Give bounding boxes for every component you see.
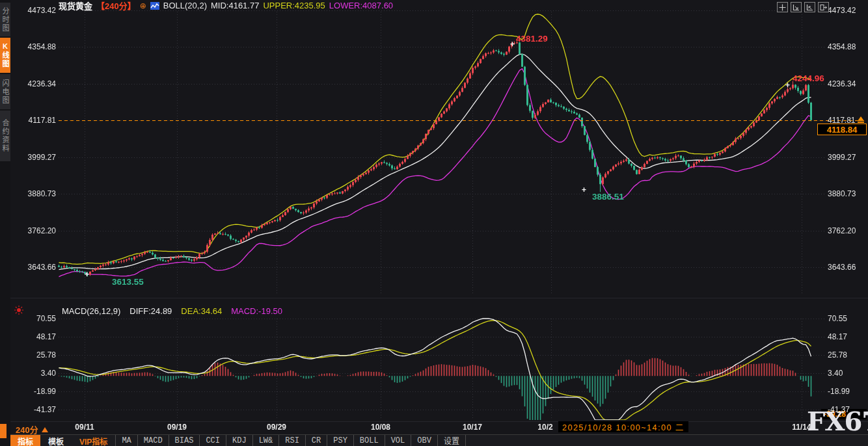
- macd-axis-label-left: 25.78: [17, 350, 56, 360]
- chart-header: 现货黄金 【240分】 ⊕ BOLL(20,2) MID:4161.77 UPP…: [59, 1, 393, 10]
- macd-macd-value: MACD:-19.50: [231, 306, 282, 316]
- period-up-triangle: [42, 427, 48, 432]
- toolbar-item-4[interactable]: MA: [115, 435, 137, 446]
- last-price-box: 4118.84: [817, 124, 867, 135]
- indicator-toolbar: 指标模板VIP指标MAMACDBIASCCIKDJLW&RSICRPSYBOLL…: [10, 434, 868, 446]
- x-axis-label: 11/14: [792, 423, 811, 432]
- price-axis-label-right: 3643.66: [828, 263, 867, 272]
- price-axis-label-left: 3880.73: [17, 189, 56, 198]
- sidebar-tab-2[interactable]: K线图: [0, 38, 10, 73]
- boll-label: BOLL(20,2): [163, 1, 207, 10]
- price-axis-label-right: 3999.27: [828, 153, 867, 162]
- x-axis-label: 10/17: [463, 423, 482, 432]
- toolbar-item-3[interactable]: VIP指标: [72, 435, 115, 446]
- toolbar-item-8[interactable]: KDJ: [226, 435, 252, 446]
- sidebar-bottom-accent: [0, 424, 7, 438]
- x-axis-label: 10/08: [371, 423, 390, 432]
- toolbar-item-9[interactable]: LW&: [252, 435, 279, 446]
- chart-app: 分时图K线图闪电图合约资料 现货黄金 【240分】 ⊕ BOLL(20,2) M…: [0, 0, 868, 446]
- mid-low-marker: +: [582, 187, 586, 192]
- macd-diff-value: DIFF:24.89: [129, 306, 172, 316]
- annotation-early-low: 3613.55: [112, 277, 144, 287]
- kline-mini-icon: [150, 2, 159, 10]
- macd-axis-label-right: 70.55: [828, 314, 867, 323]
- pane-divider: [10, 298, 868, 298]
- price-axis-label-right: 3762.20: [828, 226, 867, 235]
- toolbar-item-16[interactable]: 设置: [437, 435, 466, 446]
- x-axis-label: 09/19: [167, 423, 187, 432]
- macd-dea-value: DEA:34.64: [181, 306, 222, 316]
- left-sidebar: 分时图K线图闪电图合约资料: [0, 0, 10, 446]
- macd-axis-label-left: 70.55: [17, 314, 56, 323]
- price-axis-label-left: 3643.66: [17, 263, 56, 272]
- scroll-to-latest-arrow[interactable]: [857, 116, 865, 123]
- price-axis-label-right: 3880.73: [828, 189, 867, 198]
- sidebar-tab-1[interactable]: 分时图: [0, 3, 10, 36]
- macd-title: MACD(26,12,9): [62, 306, 120, 316]
- price-axis-label-left: 3999.27: [17, 153, 56, 162]
- macd-axis-label-right: -41.37: [828, 405, 867, 414]
- indicator-alert-icon[interactable]: [14, 305, 24, 315]
- peak-high-marker: +: [510, 42, 515, 47]
- candle-info-tooltip: 2025/10/28 10:00~14:00 二: [558, 421, 688, 432]
- x-axis-label: 09/11: [75, 423, 94, 432]
- recent-high-marker: +: [785, 83, 790, 88]
- boll-lower-value: LOWER:4087.60: [329, 1, 393, 10]
- annotation-peak-high: 4381.29: [516, 34, 548, 44]
- collapse-panel-icon[interactable]: [818, 2, 829, 12]
- macd-axis-label-left: 3.40: [17, 369, 56, 378]
- price-axis-label-left: 4117.81: [17, 116, 56, 125]
- zoom-x-axis-icon[interactable]: [791, 2, 802, 12]
- toolbar-item-15[interactable]: OBV: [411, 435, 437, 446]
- toolbar-item-12[interactable]: PSY: [327, 435, 353, 446]
- axis-divider: [10, 421, 868, 422]
- macd-header: MACD(26,12,9) DIFF:24.89 DEA:34.64 MACD:…: [62, 306, 282, 316]
- chart-tool-icons: [777, 2, 829, 12]
- sidebar-tab-3[interactable]: 闪电图: [0, 74, 10, 109]
- annotation-recent-high: 4244.96: [793, 73, 824, 83]
- crosshair-icon[interactable]: ⊕: [140, 1, 146, 10]
- price-axis-label-right: 4473.42: [828, 6, 867, 15]
- macd-axis-label-left: -41.37: [17, 405, 56, 414]
- macd-axis-label-right: -18.99: [828, 387, 867, 396]
- toolbar-item-13[interactable]: BOLL: [353, 435, 385, 446]
- toolbar-item-11[interactable]: CR: [305, 435, 327, 446]
- toolbar-item-2[interactable]: 模板: [40, 435, 72, 446]
- early-low-marker: +: [85, 272, 89, 277]
- toolbar-item-5[interactable]: MACD: [137, 435, 169, 446]
- price-axis-label-left: 3762.20: [17, 226, 56, 235]
- macd-axis-label-right: 3.40: [828, 369, 867, 378]
- macd-axis-label-right: 25.78: [828, 350, 867, 360]
- price-axis-label-right: 4236.34: [828, 79, 867, 88]
- price-axis-label-left: 4354.88: [17, 42, 56, 51]
- chart-canvas[interactable]: [0, 0, 868, 446]
- macd-axis-label-right: 48.17: [828, 332, 867, 341]
- macd-axis-label-left: 48.17: [17, 332, 56, 341]
- toolbar-item-7[interactable]: CCI: [199, 435, 226, 446]
- x-axis-label-partial: 10/2: [537, 423, 552, 432]
- price-axis-label-right: 4354.88: [828, 42, 867, 51]
- toolbar-item-6[interactable]: BIAS: [169, 435, 200, 446]
- toolbar-item-10[interactable]: RSI: [278, 435, 305, 446]
- period-badge[interactable]: 【240分】: [96, 0, 136, 12]
- annotation-mid-low: 3886.51: [592, 192, 624, 202]
- x-axis-label: 09/29: [267, 423, 286, 432]
- price-axis-label-left: 4236.34: [17, 79, 56, 88]
- toolbar-item-1[interactable]: 指标: [10, 435, 40, 446]
- sidebar-tab-4[interactable]: 合约资料: [0, 111, 10, 161]
- zoom-y-axis-icon[interactable]: [804, 2, 815, 12]
- toolbar-item-14[interactable]: VOL: [385, 435, 411, 446]
- boll-mid-value: MID:4161.77: [211, 1, 259, 10]
- price-axis-label-left: 4473.42: [17, 6, 56, 15]
- symbol-name: 现货黄金: [59, 0, 92, 12]
- pan-icon[interactable]: [777, 2, 788, 12]
- macd-axis-label-left: -18.99: [17, 387, 56, 396]
- boll-upper-value: UPPER:4235.95: [263, 1, 325, 10]
